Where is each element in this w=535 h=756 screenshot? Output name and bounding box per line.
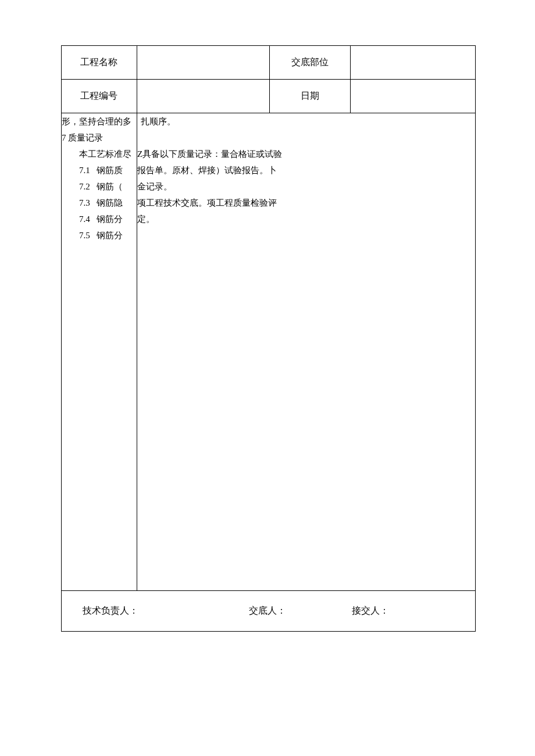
- item-no: 7.5: [79, 231, 90, 240]
- item-no: 7.4: [79, 214, 90, 224]
- header-row-2: 工程编号 日期: [62, 80, 476, 113]
- document-table: 工程名称 交底部位 工程编号 日期 形，坚持合理的多 7 质量记录 本工艺标准尽…: [61, 45, 476, 632]
- right-para-2: 项工程技术交底。项工程质量检验评定。: [137, 195, 283, 227]
- item-text: 钢筋（: [97, 182, 123, 191]
- project-name-label: 工程名称: [62, 46, 137, 80]
- left-line-1: 形，坚持合理的多: [62, 113, 137, 130]
- item-text: 钢筋质: [97, 166, 123, 175]
- left-item: 7.2 钢筋（: [62, 178, 137, 195]
- date-label: 日期: [269, 80, 351, 113]
- left-item: 7.1 钢筋质: [62, 162, 137, 178]
- item-text: 钢筋分: [97, 214, 123, 224]
- footer-received-by: 接交人：: [329, 605, 475, 617]
- footer-row: 技术负责人： 交底人： 接交人：: [62, 591, 476, 632]
- header-row-1: 工程名称 交底部位: [62, 46, 476, 80]
- item-no: 7.2: [79, 182, 90, 191]
- left-line-2: 7 质量记录: [62, 130, 137, 146]
- footer-tech-lead: 技术负责人：: [62, 605, 206, 617]
- body-row: 形，坚持合理的多 7 质量记录 本工艺标准尽 7.1 钢筋质 7.2 钢筋（ 7…: [62, 113, 476, 591]
- left-intro-prefix: 本工艺标准尽: [62, 146, 137, 162]
- item-no: 7.3: [79, 198, 90, 207]
- project-no-value: [137, 80, 269, 113]
- body-left-column: 形，坚持合理的多 7 质量记录 本工艺标准尽 7.1 钢筋质 7.2 钢筋（ 7…: [62, 113, 137, 591]
- position-value: [351, 46, 476, 80]
- item-text: 钢筋分: [97, 231, 123, 240]
- left-item: 7.5 钢筋分: [62, 227, 137, 243]
- right-line-1: 扎顺序。: [137, 113, 283, 130]
- left-item: 7.4 钢筋分: [62, 211, 137, 227]
- body-right-column: 扎顺序。 Z具备以下质量记录：量合格证或试验报告单。原材、焊接）试验报告。卜金记…: [137, 113, 475, 591]
- footer-disclosed-by: 交底人：: [206, 605, 329, 617]
- position-label: 交底部位: [269, 46, 351, 80]
- project-name-value: [137, 46, 269, 80]
- right-para-1: Z具备以下质量记录：量合格证或试验报告单。原材、焊接）试验报告。卜金记录。: [137, 146, 283, 195]
- left-item: 7.3 钢筋隐: [62, 195, 137, 211]
- item-text: 钢筋隐: [97, 198, 123, 207]
- item-no: 7.1: [79, 166, 90, 175]
- project-no-label: 工程编号: [62, 80, 137, 113]
- date-value: [351, 80, 476, 113]
